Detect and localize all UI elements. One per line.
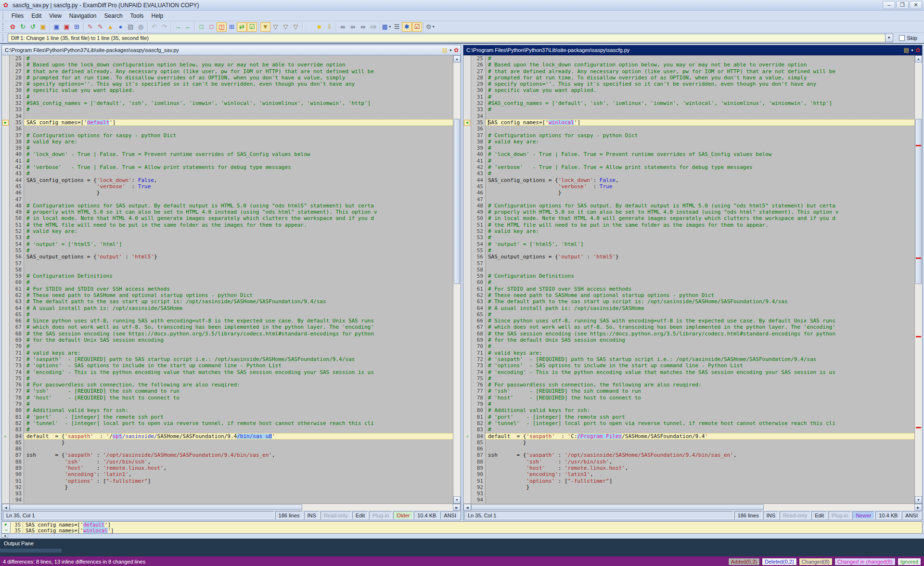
code-line[interactable]: 66# Since python uses utf-8, running SAS…: [463, 318, 914, 324]
code-line[interactable]: 66# Since python uses utf-8, running SAS…: [2, 318, 453, 324]
code-line[interactable]: 69# for the default Unix SAS session enc…: [2, 337, 453, 343]
code-line[interactable]: 57: [463, 260, 914, 267]
code-line[interactable]: 61# For STDIO and STDIO over SSH access …: [2, 286, 453, 292]
code-line[interactable]: 47: [463, 196, 914, 203]
code-line[interactable]: 29# specify options=''. This way it's sp…: [2, 81, 453, 87]
code-line[interactable]: 46 }: [2, 190, 453, 196]
code-line[interactable]: 56SAS_output_options = {'output' : 'html…: [2, 254, 453, 260]
code-line[interactable]: 90 'encoding': 'latin1',: [2, 471, 453, 477]
code-line[interactable]: 53#: [2, 234, 453, 241]
code-line[interactable]: 72# 'saspath' - [REQUIRED] path to SAS s…: [463, 356, 914, 362]
code-line[interactable]: 76# For passwordless ssh connection, the…: [463, 382, 914, 388]
code-line[interactable]: 93: [463, 490, 914, 497]
code-line[interactable]: 25#: [2, 55, 453, 62]
find-next-button[interactable]: ∞: [348, 22, 358, 32]
show-line-details-button[interactable]: ☰: [392, 22, 402, 32]
menu-grip[interactable]: [2, 12, 5, 19]
plugins-button[interactable]: ✱: [402, 22, 412, 32]
code-line[interactable]: 25#: [463, 55, 914, 62]
code-line[interactable]: 54# 'output' = ['html5', 'html']: [463, 241, 914, 247]
output-pane-tab[interactable]: [0, 549, 62, 553]
options-button[interactable]: ⚙▼: [425, 22, 436, 32]
filter-all-button[interactable]: ▼: [260, 22, 270, 32]
refresh-files-button[interactable]: ↺: [28, 22, 38, 32]
left-pane-header[interactable]: C:\Program Files\Python\Python37\Lib\sit…: [2, 45, 461, 55]
code-line[interactable]: 46 }: [463, 190, 914, 196]
diffbar-grip[interactable]: [2, 34, 5, 41]
code-line[interactable]: 91 'options' : ["-fullstimer"]: [463, 478, 914, 484]
code-line[interactable]: 41#: [463, 158, 914, 164]
code-line[interactable]: 38# valid key are:: [463, 139, 914, 145]
code-line[interactable]: 65#: [2, 311, 453, 318]
code-line[interactable]: 30# specific value you want applied.: [2, 87, 453, 93]
left-save-icon[interactable]: ▤: [442, 47, 448, 53]
code-line[interactable]: 36: [463, 126, 914, 132]
code-line[interactable]: 42# 'verbose' - True | False. True = All…: [2, 164, 453, 170]
code-line[interactable]: 33#: [463, 106, 914, 113]
menu-item-search[interactable]: Search: [101, 12, 127, 20]
right-vertical-scrollbar[interactable]: ▲ ▼: [914, 55, 922, 503]
code-line[interactable]: 51# the HTML file will need to be put in…: [2, 222, 453, 228]
code-line[interactable]: 70#: [2, 343, 453, 349]
code-line[interactable]: 92 }: [463, 484, 914, 490]
find-prev-button[interactable]: ∞: [358, 22, 368, 32]
code-line[interactable]: 48# Configuration options for SAS output…: [2, 203, 453, 209]
code-line[interactable]: 56SAS_output_options = {'output' : 'html…: [463, 254, 914, 260]
code-line[interactable]: 49# properly with HTML 5.0 so it can als…: [463, 209, 914, 215]
scroll-left-icon[interactable]: ◀: [463, 504, 471, 511]
filter-changed-button[interactable]: ▽: [291, 22, 301, 32]
code-line[interactable]: 53#: [463, 234, 914, 241]
scroll-left-icon[interactable]: ◀: [2, 504, 10, 511]
code-line[interactable]: 55#: [2, 247, 453, 254]
code-line[interactable]: 27# that are defined already. Any necess…: [463, 68, 914, 75]
prev-change-block-button[interactable]: ⇧: [304, 22, 314, 32]
scroll-up-icon[interactable]: ▲: [453, 55, 461, 63]
code-line[interactable]: 88 'ssh' : '/usr/bin/ssh',: [2, 459, 453, 465]
code-line[interactable]: 33#: [2, 106, 453, 113]
code-line[interactable]: 92 }: [2, 484, 453, 490]
code-line[interactable]: 40# 'lock_down' - True | False. True = P…: [2, 151, 453, 157]
code-line[interactable]: 82# 'tunnel' - [integer] local port to o…: [2, 420, 453, 426]
left-code-editor[interactable]: 25#26# Based upon the lock_down configur…: [2, 55, 453, 503]
code-line[interactable]: 26# Based upon the lock_down configurati…: [463, 62, 914, 68]
diff-combo-dropdown-icon[interactable]: ▼: [885, 34, 893, 42]
code-line[interactable]: 52# valid key are:: [463, 228, 914, 234]
menu-item-help[interactable]: Help: [148, 12, 167, 20]
code-line[interactable]: 80# Additional valid keys for ssh:: [2, 407, 453, 413]
scroll-right-icon[interactable]: ▶: [453, 504, 461, 511]
code-line[interactable]: 77# 'ssh' - [REQUIRED] the ssh command t…: [463, 388, 914, 394]
code-line[interactable]: ▶35SAS_config_names=['default']: [2, 119, 453, 126]
code-line[interactable]: 37# Configuration options for saspy - py…: [2, 132, 453, 139]
current-diff-combo[interactable]: Diff 1: Change 1 line (35, first file) t…: [8, 34, 885, 42]
code-line[interactable]: 72# 'saspath' - [REQUIRED] path to SAS s…: [2, 356, 453, 362]
save-all-button[interactable]: ⊞: [72, 22, 82, 32]
code-line[interactable]: 57: [2, 260, 453, 267]
save-first-button[interactable]: ▣: [51, 22, 62, 32]
code-line[interactable]: 77# 'ssh' - [REQUIRED] the ssh command t…: [2, 388, 453, 394]
save-second-as-button[interactable]: ●: [116, 22, 126, 32]
edit-second-button[interactable]: ✎: [95, 22, 105, 32]
four-way-view-button[interactable]: ⊞: [227, 22, 237, 32]
find-button[interactable]: ∞: [338, 22, 348, 32]
code-line[interactable]: 32#SAS_config_names = ['default', 'ssh',…: [2, 100, 453, 106]
code-line[interactable]: 44SAS_config_options = {'lock_down': Fal…: [463, 177, 914, 183]
next-change-block-button[interactable]: ⇩: [324, 22, 334, 32]
menu-item-view[interactable]: View: [45, 12, 65, 20]
code-line[interactable]: 71# valid keys are:: [2, 350, 453, 356]
code-line[interactable]: 89 'host' : 'remote.linux.host',: [2, 465, 453, 471]
code-line[interactable]: 63# The default path to the sas start up…: [463, 298, 914, 305]
code-line[interactable]: 34: [2, 113, 453, 119]
code-line[interactable]: 76# For passwordless ssh connection, the…: [2, 382, 453, 388]
prev-difference-button[interactable]: ←: [183, 22, 193, 32]
show-removed-button[interactable]: □: [206, 22, 217, 32]
code-line[interactable]: 29# specify options=''. This way it's sp…: [463, 81, 914, 87]
current-difference-button[interactable]: ■: [314, 22, 324, 32]
code-line[interactable]: ◁84default = {'saspath' : 'C:/Program Fi…: [463, 433, 914, 439]
code-line[interactable]: 90 'encoding': 'latin1',: [463, 471, 914, 477]
code-line[interactable]: 65#: [463, 311, 914, 318]
code-line[interactable]: 94: [2, 497, 453, 503]
undo-button[interactable]: ↶: [149, 22, 159, 32]
show-changed-button[interactable]: ◫: [217, 22, 227, 32]
code-line[interactable]: 64# A usual install path is: /opt/sasins…: [463, 305, 914, 311]
code-line[interactable]: 89 'host' : 'remote.linux.host',: [463, 465, 914, 471]
